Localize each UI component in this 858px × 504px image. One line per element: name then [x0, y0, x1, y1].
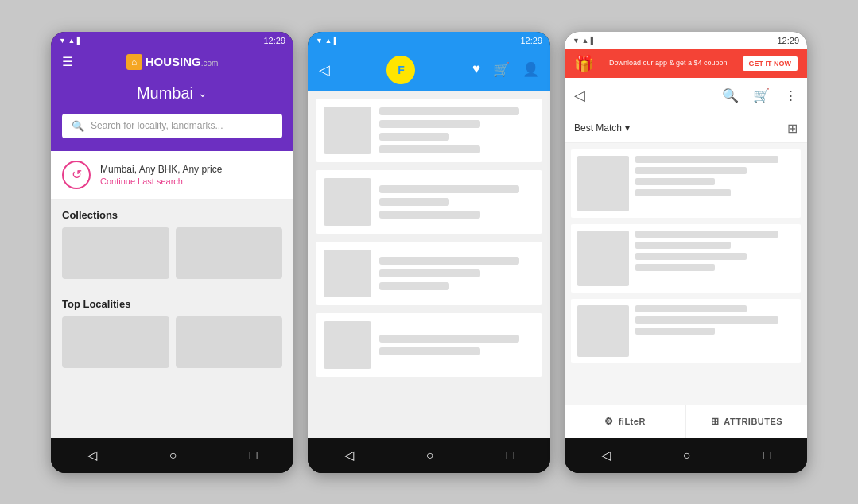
detail-line [635, 242, 731, 249]
recent-text: Mumbai, Any BHK, Any price Continue Last… [100, 164, 222, 186]
nav-square-3[interactable]: □ [763, 448, 771, 463]
status-bar-1: ▼ ▲ ▌ 12:29 [51, 32, 293, 49]
locality-card-1[interactable] [62, 316, 169, 368]
collections-label: Collections [51, 200, 293, 227]
time-1: 12:29 [263, 36, 285, 45]
product-image-1 [324, 107, 371, 154]
product-skeleton-2[interactable] [316, 170, 542, 234]
status-bar-2: ▼ ▲ ▌ 12:29 [308, 32, 550, 49]
nav-square-1[interactable]: □ [250, 448, 258, 463]
detail-line [635, 264, 715, 271]
time-3: 12:29 [777, 36, 799, 45]
skel-line [379, 185, 519, 193]
phone1-header: ☰ ⌂ HOUSING.com Mumbai ⌄ 🔍 Search for lo… [51, 49, 293, 151]
nav-home-2[interactable]: ○ [426, 448, 434, 463]
profile-icon[interactable]: 👤 [522, 61, 539, 78]
collection-card-2[interactable] [176, 227, 283, 279]
product-lines-1 [379, 107, 534, 154]
collection-card-1[interactable] [62, 227, 169, 279]
product-lines-2 [379, 178, 534, 226]
detail-line [635, 167, 747, 174]
status-bar-3: ▼ ▲ ▌ 12:29 [565, 32, 807, 49]
cart-icon-3[interactable]: 🛒 [753, 87, 770, 104]
nav-home-3[interactable]: ○ [683, 448, 691, 463]
hamburger-icon[interactable]: ☰ [62, 54, 73, 69]
phone3-banner: 🎁 Download our app & get a $4 coupon GET… [565, 49, 807, 78]
housing-com-text: .com [201, 59, 219, 68]
nav-back-2[interactable]: ◁ [344, 448, 354, 463]
phone3-bottom-bar: ⚙ fiLteR ⊞ ATTRIBUTES [565, 405, 807, 438]
back-arrow-2[interactable]: ◁ [319, 61, 330, 79]
skel-line [379, 133, 449, 141]
product-row-1[interactable] [571, 149, 801, 218]
phone3-nav: ◁ ○ □ [565, 438, 807, 473]
phone1-content: ↺ Mumbai, Any BHK, Any price Continue La… [51, 151, 293, 438]
prod-img-1 [577, 156, 629, 211]
grid-view-icon[interactable]: ⊞ [787, 121, 798, 136]
product-skeleton-1[interactable] [316, 99, 542, 162]
phone3-header: ◁ 🔍 🛒 ⋮ [565, 78, 807, 114]
detail-line [635, 253, 747, 260]
product-image-4 [324, 321, 371, 369]
detail-line [635, 231, 778, 238]
sort-label: Best Match [574, 122, 622, 134]
skel-line [379, 145, 480, 153]
skel-line [379, 120, 480, 128]
recent-subtitle[interactable]: Continue Last search [100, 176, 222, 186]
filter-button[interactable]: ⚙ fiLteR [565, 405, 686, 438]
back-arrow-3[interactable]: ◁ [574, 87, 714, 104]
sort-selector[interactable]: Best Match ▾ [574, 122, 630, 134]
collections-grid [51, 227, 293, 289]
sort-chevron: ▾ [625, 122, 630, 134]
attributes-button[interactable]: ⊞ ATTRIBUTES [686, 405, 807, 438]
search-placeholder: Search for locality, landmarks... [91, 120, 223, 131]
product-lines-3 [379, 250, 534, 297]
search-icon-3[interactable]: 🔍 [722, 87, 739, 104]
localities-label: Top Localities [51, 289, 293, 316]
prod-img-2 [577, 231, 629, 286]
phones-container: ▼ ▲ ▌ 12:29 ☰ ⌂ HOUSING.com Mumbai ⌄ [51, 32, 807, 473]
product-row-2[interactable] [571, 224, 801, 293]
nav-back-1[interactable]: ◁ [87, 448, 97, 463]
cart-icon[interactable]: 🛒 [493, 61, 510, 78]
more-icon-3[interactable]: ⋮ [784, 87, 798, 104]
recent-icon: ↺ [62, 161, 91, 189]
phone2-nav: ◁ ○ □ [308, 438, 550, 473]
nav-back-3[interactable]: ◁ [601, 448, 611, 463]
search-bar[interactable]: 🔍 Search for locality, landmarks... [62, 114, 282, 138]
detail-line [635, 305, 747, 312]
nav-home-1[interactable]: ○ [169, 448, 177, 463]
phone-3: ▼ ▲ ▌ 12:29 🎁 Download our app & get a $… [565, 32, 807, 473]
recent-search-item[interactable]: ↺ Mumbai, Any BHK, Any price Continue La… [51, 151, 293, 200]
skel-line [379, 269, 480, 277]
skel-line [379, 282, 449, 290]
locality-card-2[interactable] [176, 316, 283, 368]
attributes-icon: ⊞ [711, 416, 720, 427]
banner-text: Download our app & get a $4 coupon [609, 58, 728, 68]
product-lines-4 [379, 321, 534, 369]
nav-square-2[interactable]: □ [507, 448, 514, 463]
city-selector[interactable]: Mumbai ⌄ [62, 84, 282, 103]
product-row-3[interactable] [571, 299, 801, 363]
prod-details-2 [635, 231, 794, 286]
housing-main-text: HOUSING [146, 55, 201, 68]
get-now-button[interactable]: GET IT NOW [743, 56, 798, 71]
product-skeleton-4[interactable] [316, 313, 542, 377]
phone-1: ▼ ▲ ▌ 12:29 ☰ ⌂ HOUSING.com Mumbai ⌄ [51, 32, 293, 473]
product-image-3 [324, 250, 371, 297]
flipkart-logo: F [386, 56, 415, 84]
localities-grid [51, 316, 293, 378]
detail-line [635, 178, 715, 185]
product-skeleton-3[interactable] [316, 242, 542, 305]
phone2-action-icons: ♥ 🛒 👤 [472, 61, 539, 78]
detail-line [635, 328, 715, 335]
skel-line [379, 347, 480, 355]
attributes-label: ATTRIBUTES [724, 417, 782, 426]
product-image-2 [324, 178, 371, 226]
city-chevron-icon: ⌄ [198, 87, 208, 99]
phone3-header-icons: 🔍 🛒 ⋮ [722, 87, 798, 104]
sort-bar: Best Match ▾ ⊞ [565, 114, 807, 143]
wishlist-icon[interactable]: ♥ [472, 61, 480, 78]
search-icon: 🔍 [72, 120, 84, 132]
phone-2: ▼ ▲ ▌ 12:29 ◁ F ♥ 🛒 👤 [308, 32, 550, 473]
